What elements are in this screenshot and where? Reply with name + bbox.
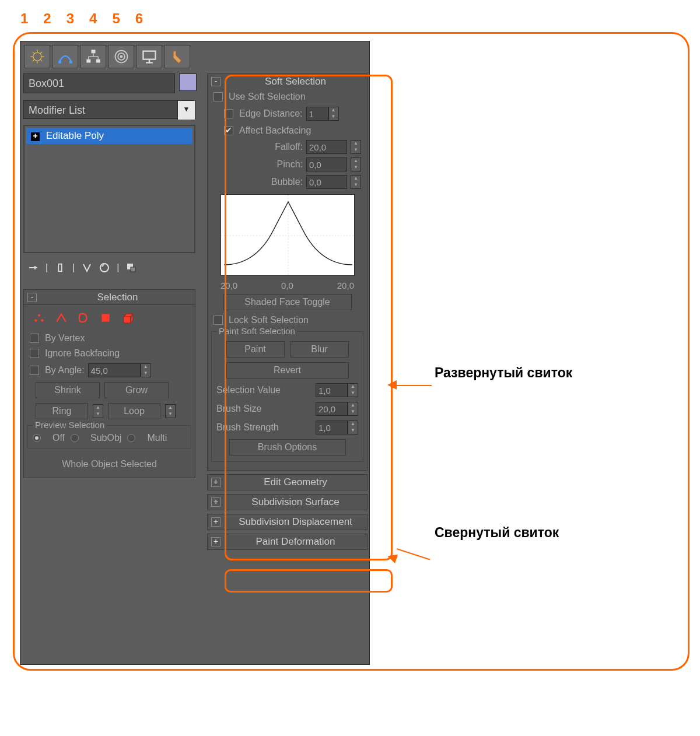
num-2: 2 xyxy=(43,10,51,27)
edit-geometry-title: Edit Geometry xyxy=(224,476,367,488)
falloff-input[interactable] xyxy=(306,140,347,154)
modify-tab-icon[interactable] xyxy=(52,45,78,68)
configure-sets-icon[interactable] xyxy=(125,261,138,274)
subdivision-displacement-rollout[interactable]: +Subdivision Displacement xyxy=(207,514,368,530)
edge-level-icon[interactable] xyxy=(54,311,68,325)
preview-subobj-radio[interactable] xyxy=(71,434,79,442)
brush-strength-input[interactable] xyxy=(316,420,348,434)
make-unique-icon[interactable] xyxy=(80,261,93,274)
pinch-spinner[interactable]: ▲▼ xyxy=(351,157,361,171)
edge-distance-input[interactable] xyxy=(306,107,328,121)
selection-value-label: Selection Value xyxy=(216,385,281,395)
selection-rollout: - Selection By Vertex Ignore Backfacing … xyxy=(23,289,195,478)
by-angle-input[interactable] xyxy=(88,363,141,377)
object-name-input[interactable] xyxy=(23,73,175,93)
expanded-rollout-callout: Развернутый свиток xyxy=(435,365,572,381)
brush-strength-label: Brush Strength xyxy=(216,422,279,433)
selection-value-spinner[interactable]: ▲▼ xyxy=(348,383,358,397)
loop-spinner[interactable]: ▲▼ xyxy=(165,404,176,418)
lock-soft-selection-checkbox[interactable] xyxy=(214,316,223,325)
affect-backfacing-checkbox[interactable] xyxy=(224,126,233,135)
rollout-toggle-icon[interactable]: - xyxy=(211,77,220,86)
bubble-input[interactable] xyxy=(306,175,347,189)
lock-soft-selection-label: Lock Soft Selection xyxy=(229,315,309,325)
rollout-expand-icon[interactable]: + xyxy=(211,517,220,527)
modifier-list-dropdown[interactable]: Modifier List ▼ xyxy=(23,100,195,119)
subobject-level-icons xyxy=(24,305,195,331)
element-level-icon[interactable] xyxy=(121,311,135,325)
bubble-spinner[interactable]: ▲▼ xyxy=(351,175,361,189)
falloff-curve-graph xyxy=(220,194,355,276)
modifier-stack[interactable]: + Editable Poly xyxy=(23,125,195,253)
svg-rect-30 xyxy=(102,314,109,321)
subdivision-displacement-title: Subdivision Displacement xyxy=(224,516,367,528)
shaded-face-toggle-button[interactable]: Shaded Face Toggle xyxy=(223,294,352,310)
rollout-expand-icon[interactable]: + xyxy=(211,497,220,507)
ring-button[interactable]: Ring xyxy=(36,403,88,419)
svg-rect-9 xyxy=(58,61,61,64)
svg-rect-21 xyxy=(143,51,155,59)
ignore-backfacing-checkbox[interactable] xyxy=(30,349,39,358)
svg-point-29 xyxy=(41,319,43,321)
brush-size-spinner[interactable]: ▲▼ xyxy=(348,402,358,416)
brush-options-button[interactable]: Brush Options xyxy=(229,439,346,455)
paint-button[interactable]: Paint xyxy=(226,341,285,358)
ignore-backfacing-label: Ignore Backfacing xyxy=(45,348,120,359)
chevron-down-icon[interactable]: ▼ xyxy=(177,101,195,120)
preview-off-radio[interactable] xyxy=(33,434,41,442)
stack-item-editable-poly[interactable]: + Editable Poly xyxy=(26,128,192,144)
arrow-line-1 xyxy=(397,385,432,386)
affect-backfacing-label: Affect Backfacing xyxy=(239,125,311,136)
num-1: 1 xyxy=(20,10,28,27)
preview-selection-group: Preview Selection Off SubObj Multi xyxy=(27,425,191,448)
create-tab-icon[interactable] xyxy=(24,45,50,68)
rollout-expand-icon[interactable]: + xyxy=(211,478,220,487)
selection-rollout-header[interactable]: - Selection xyxy=(24,290,195,305)
motion-tab-icon[interactable] xyxy=(108,45,134,68)
edit-geometry-rollout[interactable]: +Edit Geometry xyxy=(207,474,368,490)
remove-modifier-icon[interactable] xyxy=(98,261,111,274)
subdivision-surface-rollout[interactable]: +Subdivision Surface xyxy=(207,494,368,510)
shrink-button[interactable]: Shrink xyxy=(36,382,100,398)
display-tab-icon[interactable] xyxy=(136,45,162,68)
svg-line-5 xyxy=(32,52,34,54)
rollout-toggle-icon[interactable]: - xyxy=(27,293,37,302)
paint-deformation-rollout[interactable]: +Paint Deformation xyxy=(207,534,368,550)
hierarchy-tab-icon[interactable] xyxy=(80,45,106,68)
show-end-result-icon[interactable] xyxy=(54,261,66,274)
border-level-icon[interactable] xyxy=(76,311,90,325)
soft-selection-header[interactable]: - Soft Selection xyxy=(208,74,367,89)
grow-button[interactable]: Grow xyxy=(104,382,169,398)
revert-button[interactable]: Revert xyxy=(226,362,349,378)
pin-stack-icon[interactable] xyxy=(27,261,40,274)
utilities-tab-icon[interactable] xyxy=(164,45,190,68)
svg-point-28 xyxy=(38,314,40,316)
brush-strength-spinner[interactable]: ▲▼ xyxy=(348,420,358,434)
by-vertex-checkbox[interactable] xyxy=(30,334,39,343)
falloff-spinner[interactable]: ▲▼ xyxy=(351,140,361,154)
rollout-expand-icon[interactable]: + xyxy=(211,537,220,546)
edge-distance-checkbox[interactable] xyxy=(224,109,233,118)
selection-value-input[interactable] xyxy=(316,383,348,397)
brush-size-input[interactable] xyxy=(316,402,348,416)
object-color-swatch[interactable] xyxy=(179,73,197,91)
by-angle-spinner[interactable]: ▲▼ xyxy=(141,363,151,377)
by-angle-checkbox[interactable] xyxy=(30,366,39,375)
preview-selection-title: Preview Selection xyxy=(33,420,107,430)
svg-line-7 xyxy=(32,59,34,62)
expand-stack-icon[interactable]: + xyxy=(31,132,40,141)
collapsed-rollout-callout: Свернутый свиток xyxy=(435,525,559,541)
vertex-level-icon[interactable] xyxy=(32,311,46,325)
loop-button[interactable]: Loop xyxy=(108,403,160,419)
use-soft-selection-checkbox[interactable] xyxy=(214,92,223,101)
selection-status-text: Whole Object Selected xyxy=(24,452,195,473)
pinch-input[interactable] xyxy=(306,157,347,171)
preview-multi-radio[interactable] xyxy=(127,434,135,442)
polygon-level-icon[interactable] xyxy=(99,311,113,325)
edge-distance-spinner[interactable]: ▲▼ xyxy=(328,107,339,121)
paint-soft-selection-group: Paint Soft Selection Paint Blur Revert S… xyxy=(211,331,363,462)
ring-spinner[interactable]: ▲▼ xyxy=(93,404,103,418)
blur-button[interactable]: Blur xyxy=(290,341,349,358)
svg-point-27 xyxy=(34,319,37,321)
svg-rect-10 xyxy=(69,61,72,64)
